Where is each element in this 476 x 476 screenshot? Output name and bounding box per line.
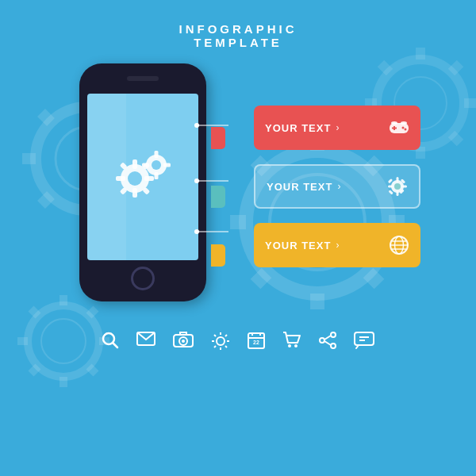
page-container: INFOGRAPHIC TEMPLATE (0, 0, 476, 476)
svg-point-65 (401, 121, 407, 125)
calendar-icon[interactable]: 22 (248, 332, 265, 349)
gear-icon (387, 176, 408, 197)
cards-area: YOUR TEXT › YOUR TEXT (254, 106, 420, 267)
svg-point-104 (320, 338, 324, 343)
card-3-text: YOUR TEXT (265, 240, 331, 251)
svg-point-101 (288, 344, 291, 347)
phone-home-button[interactable] (131, 267, 155, 290)
camera-icon[interactable] (173, 332, 194, 347)
svg-rect-108 (355, 332, 374, 345)
svg-point-64 (391, 121, 397, 125)
svg-rect-69 (397, 191, 399, 196)
card-1-arrow: › (336, 122, 339, 133)
svg-point-58 (194, 229, 199, 234)
svg-line-95 (214, 346, 216, 347)
title-line2: TEMPLATE (0, 36, 476, 49)
svg-point-56 (194, 123, 199, 128)
svg-line-29 (89, 367, 96, 374)
card-3-arrow: › (336, 240, 339, 251)
svg-rect-72 (388, 178, 393, 183)
svg-rect-52 (155, 151, 159, 158)
svg-line-82 (113, 343, 117, 347)
svg-rect-54 (142, 163, 149, 167)
card-1-text: YOUR TEXT (265, 122, 331, 134)
svg-rect-53 (155, 172, 159, 179)
svg-point-67 (394, 183, 401, 190)
svg-line-26 (31, 309, 38, 316)
svg-line-27 (89, 309, 96, 316)
phone-screen (87, 94, 198, 260)
svg-line-92 (214, 335, 216, 336)
card-3[interactable]: YOUR TEXT › (254, 223, 420, 267)
gamepad-icon (389, 120, 409, 136)
bottom-icons-row: 22 (0, 332, 476, 359)
card-2-left: YOUR TEXT › (267, 181, 340, 193)
svg-line-106 (324, 336, 331, 340)
title-line1: INFOGRAPHIC (0, 22, 476, 36)
title-area: INFOGRAPHIC TEMPLATE (0, 0, 476, 49)
main-area: YOUR TEXT › YOUR TEXT (0, 63, 476, 309)
svg-point-87 (217, 337, 225, 345)
svg-point-57 (194, 178, 199, 183)
card-1[interactable]: YOUR TEXT › (254, 106, 420, 150)
svg-point-102 (294, 344, 298, 347)
svg-rect-42 (132, 159, 137, 169)
svg-rect-68 (397, 177, 399, 182)
search-icon[interactable] (102, 332, 119, 349)
svg-line-28 (31, 367, 38, 374)
sun-icon[interactable] (211, 332, 230, 351)
card-3-left: YOUR TEXT › (265, 240, 339, 251)
svg-rect-43 (132, 188, 137, 198)
svg-rect-55 (163, 163, 171, 167)
card-2-arrow: › (337, 181, 340, 192)
svg-rect-70 (388, 186, 393, 188)
globe-icon (389, 235, 409, 255)
svg-point-62 (402, 127, 405, 129)
svg-point-103 (331, 332, 336, 337)
mail-icon[interactable] (136, 332, 155, 346)
svg-point-51 (152, 160, 161, 170)
phone (79, 63, 206, 301)
svg-point-105 (331, 344, 336, 348)
share-icon[interactable] (319, 332, 336, 349)
svg-point-86 (182, 340, 185, 343)
svg-rect-61 (392, 128, 397, 129)
cart-icon[interactable] (282, 332, 301, 349)
screen-gears-svg (107, 145, 178, 209)
svg-line-94 (225, 335, 227, 336)
chat-icon[interactable] (354, 332, 374, 349)
svg-point-41 (128, 171, 142, 186)
connector-lines (197, 103, 260, 270)
card-2-text: YOUR TEXT (267, 181, 332, 193)
svg-rect-71 (402, 186, 407, 188)
phone-speaker (127, 76, 159, 81)
card-2[interactable]: YOUR TEXT › (254, 164, 420, 209)
svg-rect-45 (144, 176, 154, 181)
svg-line-107 (324, 341, 331, 345)
phone-wrapper (79, 63, 214, 309)
svg-rect-44 (116, 176, 125, 181)
svg-text:22: 22 (253, 340, 259, 345)
svg-point-63 (405, 129, 407, 131)
card-1-left: YOUR TEXT › (265, 122, 339, 134)
svg-line-93 (225, 346, 227, 347)
